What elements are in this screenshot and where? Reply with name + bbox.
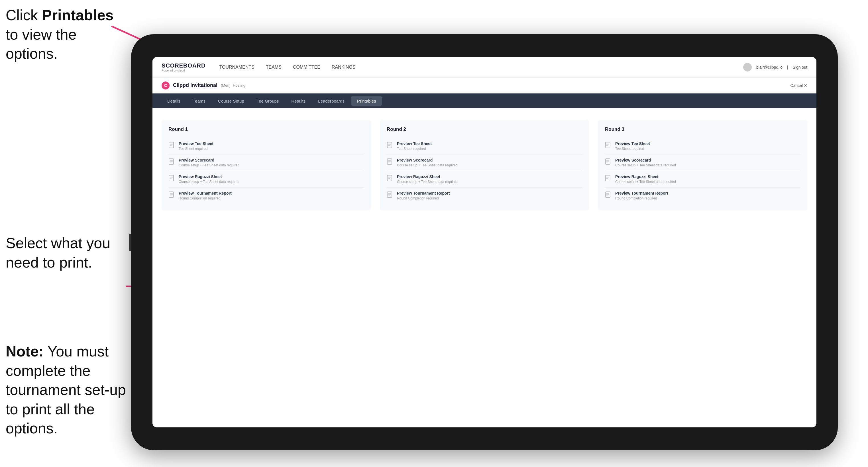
nav-tournaments[interactable]: TOURNAMENTS — [219, 64, 254, 71]
round-3-tee-sheet-content: Preview Tee Sheet Tee Sheet required — [615, 141, 650, 151]
round-3-raguzzi[interactable]: Preview Raguzzi Sheet Course setup + Tee… — [605, 171, 801, 187]
top-nav-right: blair@clippd.io | Sign out — [743, 63, 807, 71]
svg-rect-16 — [169, 192, 174, 197]
svg-rect-8 — [169, 159, 174, 164]
nav-rankings[interactable]: RANKINGS — [332, 64, 355, 71]
round-1-scorecard-content: Preview Scorecard Course setup + Tee She… — [179, 158, 239, 167]
round-1-raguzzi-title: Preview Raguzzi Sheet — [179, 175, 239, 179]
scoreboard-logo: SCOREBOARD Powered by clippd — [162, 62, 206, 72]
tournament-logo-letter: C — [164, 83, 167, 88]
rounds-container: Round 1 Preview Tee Sheet Tee Sheet requ… — [162, 120, 807, 211]
round-1-column: Round 1 Preview Tee Sheet Tee Sheet requ… — [162, 120, 371, 211]
document-icon — [168, 142, 175, 150]
tab-printables[interactable]: Printables — [351, 96, 382, 106]
nav-teams[interactable]: TEAMS — [266, 64, 282, 71]
round-2-scorecard-content: Preview Scorecard Course setup + Tee She… — [397, 158, 458, 167]
svg-rect-36 — [606, 142, 610, 148]
sign-out-link[interactable]: Sign out — [793, 65, 807, 69]
round-1-raguzzi[interactable]: Preview Raguzzi Sheet Course setup + Tee… — [168, 171, 364, 187]
document-icon-4 — [168, 191, 175, 199]
round-1-report-title: Preview Tournament Report — [179, 191, 232, 195]
round-1-raguzzi-content: Preview Raguzzi Sheet Course setup + Tee… — [179, 175, 239, 184]
round-2-column: Round 2 Preview Tee Sheet Tee Sheet requ… — [380, 120, 589, 211]
round-1-tee-sheet[interactable]: Preview Tee Sheet Tee Sheet required — [168, 138, 364, 154]
svg-rect-44 — [606, 175, 610, 181]
round-1-scorecard-subtitle: Course setup + Tee Sheet data required — [179, 163, 239, 167]
round-3-report-content: Preview Tournament Report Round Completi… — [615, 191, 668, 200]
svg-rect-40 — [606, 159, 610, 164]
svg-rect-20 — [387, 142, 392, 148]
r3-doc-icon-1 — [605, 142, 612, 150]
round-2-scorecard[interactable]: Preview Scorecard Course setup + Tee She… — [387, 154, 582, 171]
round-1-report-subtitle: Round Completion required — [179, 196, 232, 200]
tab-course-setup[interactable]: Course Setup — [212, 96, 250, 106]
annotation-bold-printables: Printables — [42, 7, 114, 23]
round-2-tournament-report[interactable]: Preview Tournament Report Round Completi… — [387, 187, 582, 204]
cancel-button[interactable]: Cancel ✕ — [790, 83, 807, 88]
round-3-scorecard-content: Preview Scorecard Course setup + Tee She… — [615, 158, 676, 167]
round-3-raguzzi-content: Preview Raguzzi Sheet Course setup + Tee… — [615, 175, 676, 184]
nav-committee[interactable]: COMMITTEE — [293, 64, 320, 71]
logo-title: SCOREBOARD — [162, 62, 206, 69]
round-3-tournament-report[interactable]: Preview Tournament Report Round Completi… — [605, 187, 801, 204]
tab-details[interactable]: Details — [162, 96, 186, 106]
round-3-title: Round 3 — [605, 126, 801, 132]
tab-leaderboards[interactable]: Leaderboards — [312, 96, 350, 106]
r3-doc-icon-2 — [605, 158, 612, 166]
user-avatar — [743, 63, 752, 71]
tablet-side-button — [129, 234, 131, 251]
tab-results[interactable]: Results — [285, 96, 311, 106]
annotation-top: Click Printables to view the options. — [6, 6, 125, 64]
round-2-tee-sheet[interactable]: Preview Tee Sheet Tee Sheet required — [387, 138, 582, 154]
round-2-raguzzi[interactable]: Preview Raguzzi Sheet Course setup + Tee… — [387, 171, 582, 187]
round-1-title: Round 1 — [168, 126, 364, 132]
svg-rect-4 — [169, 142, 174, 148]
r3-doc-icon-3 — [605, 175, 612, 183]
round-1-tee-sheet-title: Preview Tee Sheet — [179, 141, 213, 146]
svg-rect-28 — [387, 175, 392, 181]
r2-doc-icon-2 — [387, 158, 394, 166]
round-1-scorecard[interactable]: Preview Scorecard Course setup + Tee She… — [168, 154, 364, 171]
r2-doc-icon-4 — [387, 191, 394, 199]
round-1-tee-sheet-content: Preview Tee Sheet Tee Sheet required — [179, 141, 213, 151]
round-1-raguzzi-subtitle: Course setup + Tee Sheet data required — [179, 180, 239, 184]
round-3-scorecard[interactable]: Preview Scorecard Course setup + Tee She… — [605, 154, 801, 171]
round-3-column: Round 3 Preview Tee Sheet Tee Sheet requ… — [598, 120, 807, 211]
svg-rect-32 — [387, 192, 392, 197]
svg-rect-12 — [169, 175, 174, 181]
top-nav-links: TOURNAMENTS TEAMS COMMITTEE RANKINGS — [219, 64, 743, 71]
round-2-report-content: Preview Tournament Report Round Completi… — [397, 191, 450, 200]
round-2-title: Round 2 — [387, 126, 582, 132]
tab-bar: Details Teams Course Setup Tee Groups Re… — [152, 93, 816, 108]
tablet-frame: SCOREBOARD Powered by clippd TOURNAMENTS… — [131, 34, 838, 450]
round-1-tournament-report[interactable]: Preview Tournament Report Round Completi… — [168, 187, 364, 204]
tournament-name: Clippd Invitational — [173, 82, 217, 88]
round-1-tee-sheet-subtitle: Tee Sheet required — [179, 147, 213, 151]
tournament-status: Hosting — [233, 83, 245, 88]
r3-doc-icon-4 — [605, 191, 612, 199]
round-1-scorecard-title: Preview Scorecard — [179, 158, 239, 162]
round-2-raguzzi-content: Preview Raguzzi Sheet Course setup + Tee… — [397, 175, 458, 184]
logo-sub: Powered by clippd — [162, 69, 206, 72]
svg-rect-24 — [387, 159, 392, 164]
round-1-report-content: Preview Tournament Report Round Completi… — [179, 191, 232, 200]
annotation-mid: Select what you need to print. — [6, 234, 125, 272]
top-nav: SCOREBOARD Powered by clippd TOURNAMENTS… — [152, 57, 816, 77]
r2-doc-icon-3 — [387, 175, 394, 183]
round-3-tee-sheet[interactable]: Preview Tee Sheet Tee Sheet required — [605, 138, 801, 154]
sub-header: C Clippd Invitational (Men) Hosting Canc… — [152, 77, 816, 93]
svg-rect-48 — [606, 192, 610, 197]
document-icon-3 — [168, 175, 175, 183]
tab-tee-groups[interactable]: Tee Groups — [251, 96, 285, 106]
r2-doc-icon-1 — [387, 142, 394, 150]
tab-teams[interactable]: Teams — [187, 96, 211, 106]
main-content: Round 1 Preview Tee Sheet Tee Sheet requ… — [152, 108, 816, 427]
separator: | — [787, 65, 788, 69]
document-icon-2 — [168, 158, 175, 166]
user-email: blair@clippd.io — [756, 65, 782, 69]
tournament-logo: C — [162, 82, 169, 90]
round-2-tee-sheet-content: Preview Tee Sheet Tee Sheet required — [397, 141, 432, 151]
tablet-screen: SCOREBOARD Powered by clippd TOURNAMENTS… — [152, 57, 816, 427]
tournament-tag: (Men) — [221, 83, 230, 88]
annotation-bold-note: Note: — [6, 343, 43, 360]
